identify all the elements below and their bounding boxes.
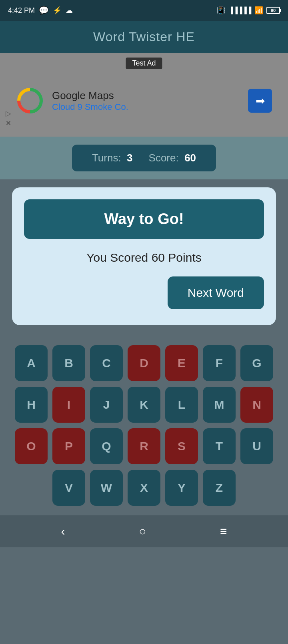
key-o[interactable]: O — [15, 428, 48, 464]
key-i[interactable]: I — [52, 387, 85, 423]
vibrate-icon: 📳 — [216, 6, 225, 15]
google-maps-logo — [16, 87, 44, 115]
status-time: 4:42 PM — [8, 6, 35, 15]
back-button[interactable]: ‹ — [53, 521, 73, 542]
keyboard-row: ABCDEFG — [8, 345, 280, 381]
turns-value: 3 — [127, 152, 132, 164]
score-text: You Scored 60 Points — [86, 251, 201, 264]
key-x[interactable]: X — [128, 470, 160, 506]
key-z[interactable]: Z — [203, 470, 236, 506]
next-word-button[interactable]: Next Word — [168, 276, 264, 309]
ad-controls: ▷ ✕ — [6, 109, 11, 127]
key-s[interactable]: S — [165, 428, 198, 464]
modal-area: Way to Go! You Scored 60 Points Next Wor… — [0, 179, 288, 333]
key-c[interactable]: C — [90, 345, 123, 381]
key-g[interactable]: G — [240, 345, 273, 381]
way-to-go-button[interactable]: Way to Go! — [24, 199, 264, 239]
ad-arrow-button[interactable]: ➡ — [248, 89, 272, 113]
modal-card: Way to Go! You Scored 60 Points Next Wor… — [12, 187, 276, 325]
key-q[interactable]: Q — [90, 428, 123, 464]
key-h[interactable]: H — [15, 387, 48, 423]
key-n[interactable]: N — [240, 387, 273, 423]
menu-button[interactable]: ≡ — [212, 521, 235, 542]
key-b[interactable]: B — [52, 345, 85, 381]
ad-company: Google Maps — [52, 89, 240, 102]
score-label: Score: 60 — [149, 152, 196, 164]
cloud-icon: ☁ — [66, 6, 73, 15]
app-header: Word Twister HE — [0, 21, 288, 53]
key-d[interactable]: D — [128, 345, 160, 381]
key-e[interactable]: E — [165, 345, 198, 381]
wifi-icon: 📶 — [254, 6, 263, 15]
usb-icon: ⚡ — [53, 6, 62, 15]
key-j[interactable]: J — [90, 387, 123, 423]
score-value: 60 — [184, 152, 196, 164]
keyboard-row: OPQRSTU — [8, 428, 280, 464]
next-word-label: Next Word — [188, 286, 244, 299]
key-l[interactable]: L — [165, 387, 198, 423]
ad-close-icon[interactable]: ✕ — [6, 119, 11, 127]
turns-label: Turns: 3 — [92, 152, 133, 164]
ad-content: Google Maps Cloud 9 Smoke Co. ➡ — [0, 75, 288, 115]
status-bar: 4:42 PM 💬 ⚡ ☁ 📳 ▐▐▐▐▐ 📶 90 — [0, 0, 288, 21]
key-t[interactable]: T — [203, 428, 236, 464]
key-y[interactable]: Y — [165, 470, 198, 506]
keyboard-area: ABCDEFGHIJKLMNOPQRSTUVWXYZ — [0, 333, 288, 515]
stats-badge: Turns: 3 Score: 60 — [72, 145, 216, 171]
home-button[interactable]: ○ — [131, 521, 154, 542]
app-title: Word Twister HE — [93, 30, 195, 44]
keyboard-row: HIJKLMN — [8, 387, 280, 423]
keyboard-row: VWXYZ — [8, 470, 280, 506]
status-right: 📳 ▐▐▐▐▐ 📶 90 — [216, 6, 280, 15]
key-r[interactable]: R — [128, 428, 160, 464]
ad-banner: Test Ad Google Maps Cloud 9 Smoke Co. ➡ … — [0, 53, 288, 137]
key-w[interactable]: W — [90, 470, 123, 506]
key-u[interactable]: U — [240, 428, 273, 464]
way-to-go-text: Way to Go! — [104, 211, 184, 228]
ad-play-icon[interactable]: ▷ — [6, 109, 11, 118]
key-k[interactable]: K — [128, 387, 160, 423]
whatsapp-icon: 💬 — [39, 6, 49, 15]
key-m[interactable]: M — [203, 387, 236, 423]
key-v[interactable]: V — [52, 470, 85, 506]
battery-icon: 90 — [266, 7, 280, 14]
key-f[interactable]: F — [203, 345, 236, 381]
ad-label: Test Ad — [126, 58, 162, 69]
ad-text: Google Maps Cloud 9 Smoke Co. — [52, 89, 240, 112]
key-a[interactable]: A — [15, 345, 48, 381]
signal-icon: ▐▐▐▐▐ — [228, 7, 251, 14]
stats-bar: Turns: 3 Score: 60 — [0, 137, 288, 179]
ad-subtitle: Cloud 9 Smoke Co. — [52, 102, 240, 112]
status-left: 4:42 PM 💬 ⚡ ☁ — [8, 6, 73, 15]
key-p[interactable]: P — [52, 428, 85, 464]
nav-bar: ‹ ○ ≡ — [0, 515, 288, 547]
